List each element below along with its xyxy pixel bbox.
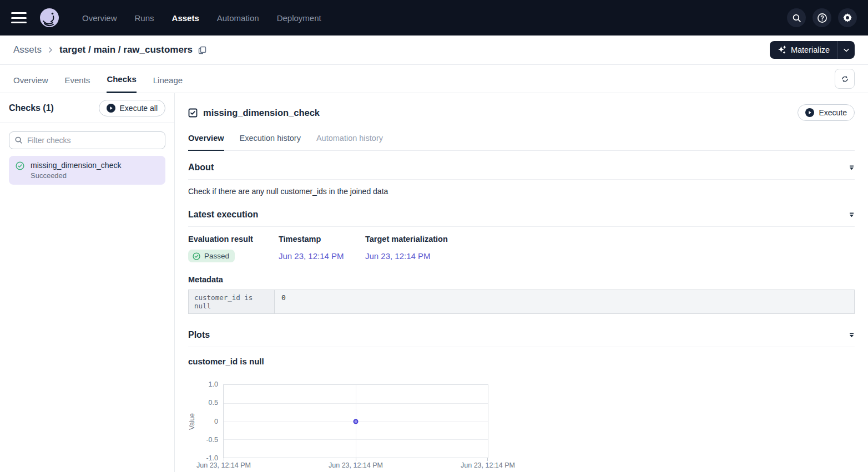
- search-icon: [792, 13, 801, 23]
- top-nav: Overview Runs Assets Automation Deployme…: [0, 0, 868, 35]
- target-materialization-link[interactable]: Jun 23, 12:14 PM: [365, 251, 855, 261]
- execute-button[interactable]: Execute: [798, 104, 855, 121]
- metadata-heading: Metadata: [188, 275, 855, 284]
- x-tick-mark: [487, 458, 488, 461]
- tab-execution-history[interactable]: Execution history: [240, 134, 301, 150]
- check-tab-bar: Overview Execution history Automation hi…: [188, 134, 855, 151]
- check-detail-header: missing_dimension_check Execute: [175, 93, 868, 121]
- filter-checks-input[interactable]: [9, 131, 165, 149]
- asset-tab-bar: Overview Events Checks Lineage: [0, 65, 868, 93]
- checks-count-title: Checks (1): [9, 103, 54, 113]
- breadcrumb-asset-path: target / main / raw_customers: [59, 44, 193, 55]
- asset-actions: Materialize: [770, 41, 855, 59]
- refresh-button[interactable]: [835, 69, 855, 89]
- check-status: Succeeded: [31, 171, 121, 180]
- check-circle-icon: [193, 252, 200, 260]
- play-icon: [805, 108, 814, 117]
- dagster-logo-icon[interactable]: [39, 7, 60, 28]
- nav-item-deployment[interactable]: Deployment: [277, 13, 321, 23]
- nav-item-overview[interactable]: Overview: [82, 13, 117, 23]
- check-name: missing_dimension_check: [31, 161, 121, 170]
- top-nav-utilities: [787, 8, 857, 27]
- collapse-caret-icon[interactable]: [849, 165, 855, 170]
- gear-icon: [842, 13, 852, 23]
- tab-lineage[interactable]: Lineage: [153, 75, 183, 93]
- y-axis-label: Value: [188, 384, 197, 458]
- tab-automation-history[interactable]: Automation history: [316, 134, 383, 150]
- chevron-right-icon: [47, 47, 54, 53]
- nav-item-runs[interactable]: Runs: [135, 13, 154, 23]
- passed-label: Passed: [204, 252, 229, 260]
- y-axis-ticks: 1.0 0.5 0 -0.5 -1.0: [197, 384, 218, 458]
- check-circle-icon: [16, 161, 24, 180]
- execution-summary-values: Passed Jun 23, 12:14 PM Jun 23, 12:14 PM: [188, 250, 855, 262]
- check-title: missing_dimension_check: [203, 108, 320, 118]
- column-target-materialization: Target materialization: [365, 235, 855, 243]
- check-list-item[interactable]: missing_dimension_check Succeeded: [9, 156, 165, 185]
- materialize-split-button: Materialize: [770, 41, 855, 59]
- checks-sidebar: Checks (1) Execute all missing_dimension…: [0, 93, 175, 472]
- asset-check-icon: [188, 108, 198, 118]
- breadcrumb-assets-link[interactable]: Assets: [13, 44, 42, 55]
- metadata-key: customer_id is null: [189, 290, 275, 313]
- tab-overview[interactable]: Overview: [13, 75, 48, 93]
- chevron-down-icon: [844, 48, 849, 52]
- check-description: Check if there are any null customer_ids…: [188, 187, 855, 196]
- column-evaluation-result: Evaluation result: [188, 235, 279, 243]
- settings-button[interactable]: [838, 8, 857, 27]
- metadata-table: customer_id is null 0: [188, 290, 855, 314]
- execution-summary-headers: Evaluation result Timestamp Target mater…: [188, 235, 855, 243]
- app-window: Overview Runs Assets Automation Deployme…: [0, 0, 868, 472]
- collapse-caret-icon[interactable]: [849, 212, 855, 217]
- x-tick-mark: [224, 458, 224, 461]
- collapse-caret-icon[interactable]: [849, 333, 855, 338]
- primary-nav: Overview Runs Assets Automation Deployme…: [82, 13, 321, 23]
- x-tick: Jun 23, 12:14 PM: [461, 461, 515, 469]
- materialize-label: Materialize: [791, 45, 830, 54]
- tab-events[interactable]: Events: [65, 75, 90, 93]
- tab-checks[interactable]: Checks: [107, 74, 136, 93]
- checks-sidebar-header: Checks (1) Execute all: [0, 93, 174, 123]
- plot-area: Jun 23, 12:14 PM Jun 23, 12:14 PM Jun 23…: [223, 384, 488, 458]
- plot-title: customer_id is null: [188, 357, 855, 366]
- tab-check-overview[interactable]: Overview: [188, 134, 224, 151]
- divider: [188, 226, 855, 227]
- nav-item-automation[interactable]: Automation: [217, 13, 259, 23]
- about-heading: About: [188, 163, 214, 172]
- nav-item-assets[interactable]: Assets: [172, 13, 199, 23]
- x-tick-mark: [356, 458, 356, 461]
- content-area: Checks (1) Execute all missing_dimension…: [0, 93, 868, 472]
- menu-icon[interactable]: [11, 12, 27, 23]
- materialize-dropdown-button[interactable]: [838, 41, 855, 59]
- filter-checks-field: [9, 131, 165, 149]
- divider: [188, 179, 855, 180]
- latest-execution-heading: Latest execution: [188, 210, 258, 220]
- play-icon: [107, 104, 115, 113]
- refresh-icon: [840, 74, 850, 84]
- plots-heading: Plots: [188, 330, 210, 340]
- check-overview-body: About Check if there are any null custom…: [175, 163, 868, 458]
- execute-all-button[interactable]: Execute all: [99, 100, 165, 116]
- breadcrumb-bar: Assets target / main / raw_customers Mat…: [0, 35, 868, 65]
- divider: [188, 347, 855, 347]
- y-tick: -0.5: [197, 436, 218, 444]
- column-timestamp: Timestamp: [279, 235, 365, 243]
- about-section-header: About: [188, 163, 855, 172]
- x-tick: Jun 23, 12:14 PM: [196, 461, 251, 469]
- data-point[interactable]: [354, 419, 359, 424]
- y-tick: 0: [197, 418, 218, 425]
- timestamp-link[interactable]: Jun 23, 12:14 PM: [279, 251, 365, 261]
- value-scatter-chart: Value 1.0 0.5 0 -0.5 -1.0: [188, 384, 855, 458]
- x-tick: Jun 23, 12:14 PM: [329, 461, 383, 469]
- passed-badge: Passed: [188, 250, 235, 262]
- search-button[interactable]: [787, 8, 806, 27]
- plots-section-header: Plots: [188, 330, 855, 340]
- help-button[interactable]: [813, 8, 831, 27]
- y-tick: 0.5: [197, 399, 218, 407]
- materialize-button[interactable]: Materialize: [770, 41, 837, 59]
- check-detail-panel: missing_dimension_check Execute Overview…: [175, 93, 868, 472]
- search-icon: [14, 136, 23, 146]
- copy-icon[interactable]: [198, 46, 206, 54]
- execute-label: Execute: [819, 108, 847, 117]
- y-tick: 1.0: [197, 380, 218, 388]
